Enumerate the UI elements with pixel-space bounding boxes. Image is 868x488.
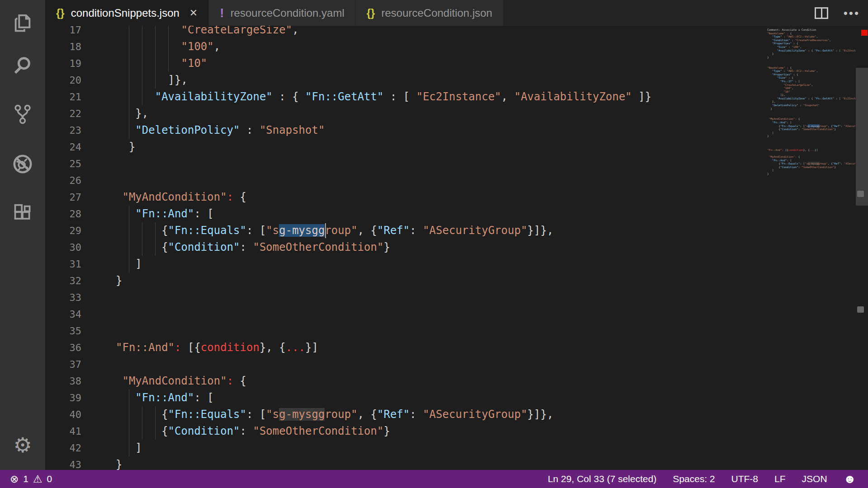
minimap-token: "Properties" [772, 42, 792, 45]
minimap-token: } [767, 134, 769, 137]
minimap-token [767, 69, 772, 72]
minimap-token: , { [828, 124, 833, 127]
line-number: 36 [45, 339, 81, 356]
code-token: , [214, 40, 220, 53]
code-token: : [175, 341, 181, 354]
minimap-token: "Fn::Equals" [780, 124, 800, 127]
encoding-setting[interactable]: UTF-8 [731, 474, 759, 484]
minimap-token: "SomeOtherCondition" [802, 127, 834, 131]
minimap-token: : [ [834, 97, 842, 100]
code-token: "Condition" [168, 241, 240, 253]
minimap-line [767, 114, 856, 117]
code-token: { [233, 375, 246, 387]
extensions-icon[interactable] [0, 193, 45, 234]
minimap-line: "10" [767, 90, 856, 94]
line-number: 27 [45, 189, 81, 206]
minimap-token [767, 83, 783, 86]
minimap-line: Comment: Associate a Condition [767, 28, 856, 32]
minimap-line: "MyAndCondition": { [767, 155, 856, 159]
line-number: 18 [45, 38, 81, 55]
code-line-21: "AvailabilityZone" : { "Fn::GetAtt" : [ … [116, 89, 651, 105]
code-line-20: ]}, [116, 72, 188, 89]
code-token: { [233, 191, 246, 203]
minimap-token: : [798, 103, 803, 107]
code-token: : [ [194, 391, 213, 404]
indentation-setting[interactable]: Spaces: 2 [673, 474, 715, 484]
minimap-line: {"Fn::Equals": ["sg-mysggroup", {"Ref": … [767, 124, 856, 128]
eol-setting[interactable]: LF [774, 474, 786, 484]
minimap[interactable]: Comment: Associate a Condition"NewVolume… [767, 28, 856, 470]
minimap-token: Comment: Associate a Condition [767, 28, 816, 31]
code-token: "MyAndCondition" [122, 375, 226, 387]
code-token [116, 40, 181, 53]
explorer-icon[interactable] [0, 4, 45, 44]
minimap-token: ]}, [767, 93, 785, 96]
code-token: ]}, [116, 74, 188, 86]
cursor-position[interactable]: Ln 29, Col 33 (7 selected) [548, 474, 656, 484]
close-icon[interactable]: ✕ [189, 7, 198, 19]
minimap-token: "CreateProdResources" [795, 38, 829, 42]
minimap-line: } [767, 56, 856, 59]
minimap-token: "Snapshot" [803, 103, 819, 107]
minimap-token [767, 86, 783, 89]
minimap-line: {"Condition": "SomeOtherCondition"} [767, 165, 856, 169]
code-token: } [383, 425, 390, 437]
minimap-token: "NewVolume" [767, 66, 785, 69]
tab-strip: {}conditionSnippets.json✕!resourceCondit… [45, 0, 868, 26]
code-token: : [227, 375, 233, 387]
minimap-token [767, 42, 772, 45]
minimap-token: "SomeOtherCondition" [802, 165, 834, 169]
code-token: "SomeOtherCondition" [253, 425, 383, 437]
code-token: }]}, [527, 408, 553, 421]
search-icon[interactable] [0, 45, 45, 86]
minimap-token: }, [767, 100, 775, 103]
tab-resourceCondition.json[interactable]: {}resourceCondition.json [356, 0, 504, 26]
minimap-token: "Type" [772, 69, 782, 72]
minimap-token: "10" [783, 90, 790, 93]
line-number: 20 [45, 72, 81, 89]
more-actions-icon[interactable]: ••• [844, 11, 860, 15]
line-number: 42 [45, 440, 81, 456]
code-token: g-mysgg [279, 408, 325, 421]
debug-icon[interactable] [0, 144, 45, 184]
code-token: "Fn::Equals" [168, 224, 246, 237]
code-token: } [116, 458, 122, 470]
code-token: "Condition" [168, 425, 240, 437]
code-token: "10" [181, 57, 208, 70]
code-line-38: "MyAndCondition": { [116, 373, 246, 389]
minimap-token: ... [810, 148, 815, 151]
settings-gear-icon[interactable]: ⚙ [0, 429, 45, 461]
source-control-icon[interactable] [0, 94, 45, 135]
minimap-line [767, 62, 856, 66]
language-mode[interactable]: JSON [802, 474, 827, 484]
minimap-token: , [811, 83, 813, 86]
code-editor[interactable]: 17 "CreateLargeSize",18 "100",19 "10"20 … [45, 26, 868, 470]
code-token: } [116, 141, 135, 153]
line-number: 39 [45, 389, 81, 406]
minimap-line [767, 59, 856, 62]
scrollbar-thumb[interactable] [856, 68, 868, 206]
code-token: : [410, 224, 423, 237]
code-line-28: "Fn::And": [ [116, 206, 214, 222]
problems-button[interactable]: ⊗ 1 ⚠ 0 [0, 473, 52, 485]
minimap-token: "Properties" [772, 73, 792, 76]
minimap-line: "NewVolume" : { [767, 32, 856, 35]
minimap-token [767, 80, 780, 83]
code-token: : [410, 408, 423, 421]
minimap-token [767, 38, 772, 42]
code-token: "100" [181, 40, 214, 53]
code-token: , { [358, 408, 377, 421]
split-editor-icon[interactable] [815, 7, 828, 19]
minimap-token: "DeletionPolicy" [772, 103, 798, 107]
minimap-token: "Ec2Instance" [842, 49, 856, 52]
tab-conditionSnippets.json[interactable]: {}conditionSnippets.json✕ [45, 0, 209, 26]
minimap-token: "Condition" [780, 165, 798, 169]
minimap-line: "AvailabilityZone" : { "Fn::GetAtt" : [ … [767, 97, 856, 100]
code-token: } [383, 241, 390, 253]
minimap-line: ] [767, 131, 856, 135]
minimap-line: "MyAndCondition": { [767, 117, 856, 121]
feedback-smiley-icon[interactable]: ☻ [844, 473, 856, 485]
code-token: { [116, 408, 168, 421]
tab-resourceCondition.yaml[interactable]: !resourceCondition.yaml [209, 0, 355, 26]
minimap-line: ] [767, 169, 856, 172]
